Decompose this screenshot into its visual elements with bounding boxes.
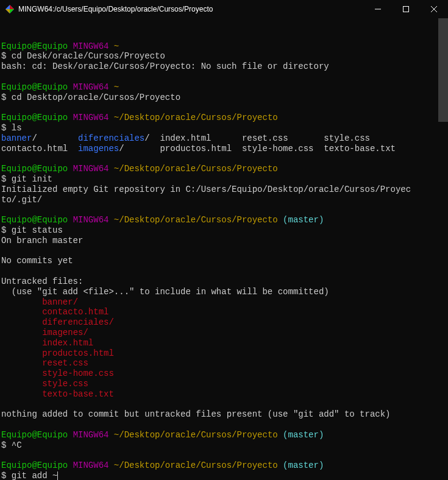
untracked-file: style.css: [42, 379, 88, 389]
output-text: to/.git/: [1, 195, 42, 205]
prompt-path: ~/Desktop/oracle/Cursos/Proyecto: [114, 461, 278, 470]
ls-dir: imagenes: [78, 144, 119, 154]
prompt-user: Equipo@Equipo: [1, 461, 68, 470]
scrollbar-thumb[interactable]: [438, 18, 448, 122]
command-text: cd Desktop/oracle/Cursos/Proyecto: [12, 93, 180, 102]
prompt-path: ~/Desktop/oracle/Cursos/Proyecto: [114, 164, 278, 174]
output-text: Initialized empty Git repository in C:/U…: [1, 185, 411, 194]
prompt-user: Equipo@Equipo: [1, 430, 68, 440]
prompt-user: Equipo@Equipo: [1, 215, 68, 225]
output-text: No commits yet: [1, 256, 73, 266]
ls-file: texto-base.txt: [324, 144, 396, 154]
untracked-file: index.html: [42, 338, 93, 348]
minimize-button[interactable]: [364, 0, 392, 18]
command-text: cd Desk/oracle/Cursos/Proyecto: [12, 51, 165, 61]
ls-file: contacto.html: [1, 144, 68, 154]
titlebar-left: MINGW64:/c/Users/Equipo/Desktop/oracle/C…: [5, 4, 213, 14]
window-title: MINGW64:/c/Users/Equipo/Desktop/oracle/C…: [18, 5, 213, 13]
untracked-file: productos.html: [42, 348, 114, 358]
svg-marker-2: [10, 9, 14, 13]
prompt-path: ~: [114, 82, 119, 92]
prompt-env: MINGW64: [73, 41, 109, 51]
window-controls: [364, 0, 448, 18]
svg-marker-1: [10, 5, 14, 9]
text-cursor: [57, 471, 58, 480]
prompt-env: MINGW64: [73, 82, 109, 92]
prompt-branch: (master): [283, 461, 324, 470]
prompt-path: ~/Desktop/oracle/Cursos/Proyecto: [114, 430, 278, 440]
prompt-branch: (master): [283, 430, 324, 440]
command-text: ls: [12, 123, 22, 133]
command-text: git status: [12, 225, 63, 235]
ls-file: style.css: [324, 133, 370, 143]
prompt-user: Equipo@Equipo: [1, 164, 68, 174]
command-text: git add ~: [12, 471, 58, 480]
ls-file: index.html: [160, 133, 211, 143]
untracked-file: imagenes/: [42, 328, 88, 337]
svg-rect-5: [404, 7, 409, 12]
terminal-area[interactable]: Equipo@Equipo MINGW64 ~ $ cd Desk/oracle…: [0, 18, 448, 480]
output-text: bash: cd: Desk/oracle/Cursos/Proyecto: N…: [1, 62, 329, 71]
prompt-user: Equipo@Equipo: [1, 41, 68, 51]
output-text: nothing added to commit but untracked fi…: [1, 409, 391, 419]
untracked-file: texto-base.txt: [42, 389, 114, 399]
prompt-branch: (master): [283, 215, 324, 225]
prompt-path: ~/Desktop/oracle/Cursos/Proyecto: [114, 113, 278, 122]
untracked-file: diferenciales/: [42, 317, 114, 327]
maximize-button[interactable]: [392, 0, 420, 18]
prompt-env: MINGW64: [73, 461, 109, 470]
prompt-path: ~: [114, 41, 119, 51]
untracked-file: style-home.css: [42, 369, 114, 378]
command-text: git init: [12, 174, 52, 184]
prompt-env: MINGW64: [73, 113, 109, 122]
command-text: ^C: [12, 440, 22, 450]
untracked-file: banner/: [42, 297, 78, 307]
prompt-env: MINGW64: [73, 430, 109, 440]
vertical-scrollbar[interactable]: [438, 18, 448, 480]
prompt-user: Equipo@Equipo: [1, 82, 68, 92]
terminal-line: Equipo@Equipo MINGW64 ~ $ cd Desk/oracle…: [1, 31, 447, 480]
ls-file: productos.html: [160, 144, 232, 154]
ls-dir: diferenciales: [78, 133, 144, 143]
prompt-env: MINGW64: [73, 164, 109, 174]
prompt-user: Equipo@Equipo: [1, 113, 68, 122]
prompt-path: ~/Desktop/oracle/Cursos/Proyecto: [114, 215, 278, 225]
ls-file: reset.css: [242, 133, 288, 143]
output-text: Untracked files:: [1, 277, 83, 286]
untracked-file: contacto.html: [42, 307, 108, 317]
output-text: (use "git add <file>..." to include in w…: [1, 287, 329, 297]
untracked-file: reset.css: [42, 358, 88, 368]
output-text: On branch master: [1, 236, 83, 245]
ls-file: style-home.css: [242, 144, 314, 154]
app-logo-icon: [5, 4, 15, 14]
prompt-env: MINGW64: [73, 215, 109, 225]
svg-marker-3: [5, 9, 10, 13]
ls-dir: banner: [1, 133, 32, 143]
close-button[interactable]: [420, 0, 448, 18]
window-titlebar: MINGW64:/c/Users/Equipo/Desktop/oracle/C…: [0, 0, 448, 18]
